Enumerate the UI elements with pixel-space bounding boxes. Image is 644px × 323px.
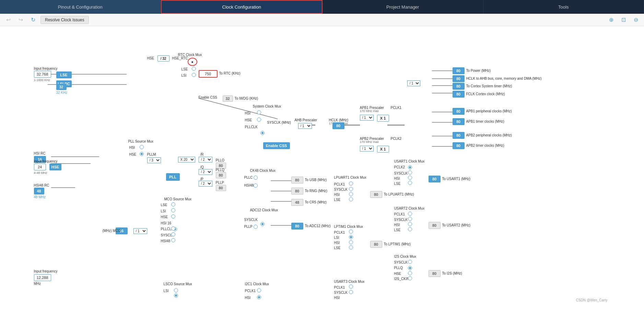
lptim1-lse-radio[interactable]	[349, 245, 353, 249]
plln-select[interactable]: X 20	[178, 157, 195, 163]
apb2-select[interactable]: / 1	[360, 146, 374, 152]
lptim1-lsi-radio[interactable]	[349, 235, 353, 239]
pll-hse-radio[interactable]	[140, 152, 144, 156]
lse-freq-input[interactable]: 32.768	[34, 71, 51, 78]
i2s-ckin-radio[interactable]	[408, 276, 412, 280]
apb1-periph-box[interactable]: 80	[453, 108, 465, 115]
adc-pllp-radio[interactable]	[254, 225, 258, 229]
to-power-box[interactable]: 80	[453, 67, 465, 74]
lsco-lse-radio[interactable]	[174, 293, 178, 298]
apb2-periph-box[interactable]: 80	[453, 132, 465, 139]
sys-hsi-radio[interactable]	[257, 110, 261, 114]
usart3-pclk1-radio[interactable]	[349, 285, 353, 289]
to-adc12-label: To ADC12 (MHz)	[305, 224, 331, 228]
usart3-sysclk-radio[interactable]	[349, 290, 353, 294]
cortex-timer-box[interactable]: 80	[453, 83, 465, 90]
usart1-sysclk-radio[interactable]	[408, 170, 412, 175]
usart1-pclk2-radio[interactable]	[408, 165, 412, 169]
usart2-hsi-radio[interactable]	[408, 222, 412, 226]
adc-sysclk-label: SYSCLK	[244, 218, 258, 222]
enable-css-button[interactable]: Enable CSS	[263, 142, 290, 149]
i2s-hse-radio[interactable]	[408, 271, 412, 275]
zoom-in-button[interactable]: ⊕	[606, 15, 616, 25]
mco-div-select[interactable]: / 1	[133, 228, 147, 234]
i2c1-pclk1-radio[interactable]	[257, 288, 261, 292]
hclk-value-box[interactable]: 80	[332, 122, 344, 129]
pll-hsi-radio[interactable]	[140, 145, 144, 149]
ck48-pllc-radio[interactable]	[254, 176, 258, 180]
fit-button[interactable]: ⊡	[619, 15, 628, 25]
nav-clock[interactable]: Clock Configuration	[161, 0, 323, 14]
hsi48-box[interactable]: 48	[34, 188, 44, 194]
lsi-value-box[interactable]: 32	[56, 84, 67, 90]
i2s-sysclk-radio[interactable]	[408, 260, 412, 264]
adc-sysclk-radio[interactable]	[260, 222, 265, 226]
usart1-lse-radio[interactable]	[408, 181, 412, 185]
to-usart1-box[interactable]: 80	[429, 176, 441, 182]
usart2-pclk1-label: PCLK1	[394, 212, 405, 216]
undo-button[interactable]: ↩	[3, 15, 13, 25]
sys-hse-radio[interactable]	[257, 118, 261, 122]
lpuart1-pclk1-radio[interactable]	[349, 181, 353, 186]
to-cr5-label: To CR5 (MHz)	[305, 200, 327, 204]
hsi48-rc-label: HSI48 RC	[34, 183, 49, 187]
lsco-lsi-radio[interactable]	[174, 288, 178, 292]
diagram-area[interactable]: Input frequency 32.768 1-1000 KHz LSE LS…	[0, 26, 644, 316]
ck48-hsi48-radio[interactable]	[254, 183, 258, 188]
hse-input-box[interactable]: 24	[34, 164, 46, 170]
lpuart1-hsi-radio[interactable]	[349, 192, 353, 196]
to-adc12-box[interactable]: 80	[291, 223, 303, 230]
rtc-mux-selector[interactable]: ●	[188, 58, 197, 66]
pllm-select[interactable]: / 3	[147, 157, 161, 163]
ahb-prescaler-select[interactable]: / 1	[298, 123, 312, 129]
lsi2-freq-input[interactable]: 12.288	[34, 274, 51, 281]
usart2-lse-radio[interactable]	[408, 227, 412, 231]
mco-hsi48-radio[interactable]	[171, 238, 175, 242]
mco-pllclk-radio[interactable]	[171, 226, 175, 231]
mco-lsi-radio[interactable]	[171, 208, 175, 212]
usart1-hsi-radio[interactable]	[408, 176, 412, 180]
resolve-clock-button[interactable]: Resolve Clock Issues	[40, 16, 89, 24]
i2c1-pclk1-label: PCLK1	[245, 289, 256, 293]
mco-hse-label: HSE	[161, 215, 168, 219]
lpuart1-lse-radio[interactable]	[349, 197, 353, 201]
rtc-lsi-radio[interactable]	[192, 73, 196, 77]
watermark: CSDN @Wen_Carry	[573, 298, 610, 303]
refresh-button[interactable]: ↻	[28, 15, 38, 25]
rtc-lse-radio[interactable]	[192, 67, 196, 71]
mco-lse-radio[interactable]	[171, 202, 175, 207]
apb2-timer-box[interactable]: 80	[453, 142, 465, 149]
pllq-select[interactable]: / 2	[199, 169, 212, 175]
apb1-select[interactable]: / 1	[360, 115, 374, 121]
pllp-select[interactable]: / 2	[199, 181, 212, 187]
lptim1-pclk1-radio[interactable]	[349, 230, 353, 234]
sysclk-mhz-label: SYSCLK (MHz)	[267, 121, 291, 124]
hse-div32-box[interactable]: / 32	[157, 55, 169, 62]
hclk-ahb-box[interactable]: 80	[453, 75, 465, 82]
nav-pinout[interactable]: Pinout & Configuration	[0, 0, 161, 14]
pll-box[interactable]: PLL	[166, 173, 180, 181]
usart2-pclk1-radio[interactable]	[408, 212, 412, 216]
usart2-sysclk-radio[interactable]	[408, 217, 412, 221]
pllo-label: PLLO	[216, 158, 225, 162]
lse-range-label: 1-1000 KHz	[34, 78, 50, 82]
sys-pllclk-radio[interactable]	[260, 131, 265, 135]
fclk-box[interactable]: 80	[453, 91, 465, 98]
i2s-pllq-radio[interactable]	[408, 266, 412, 270]
mco-sysclk-radio[interactable]	[171, 232, 175, 236]
nav-tools[interactable]: Tools	[483, 0, 644, 14]
redo-button[interactable]: ↪	[16, 15, 25, 25]
cortex-div-select[interactable]: / 1	[407, 80, 420, 86]
apb1-timer-box[interactable]: 80	[453, 118, 465, 125]
i2c1-sysclk-radio[interactable]	[257, 295, 261, 299]
nav-project[interactable]: Project Manager	[323, 0, 483, 14]
pllr-select[interactable]: / 2	[199, 157, 212, 163]
lse-box[interactable]: LSE	[56, 71, 72, 78]
hse-box[interactable]: HSE	[49, 164, 61, 170]
lpuart1-sysclk-radio[interactable]	[349, 187, 353, 191]
rtc-value-box[interactable]: 750	[199, 70, 218, 78]
mco-hse-radio[interactable]	[171, 214, 175, 219]
sys-pllclk-label: PLLCLK	[245, 125, 258, 129]
lptim1-hsi-radio[interactable]	[349, 240, 353, 244]
zoom-out-button[interactable]: ⊖	[631, 15, 641, 25]
